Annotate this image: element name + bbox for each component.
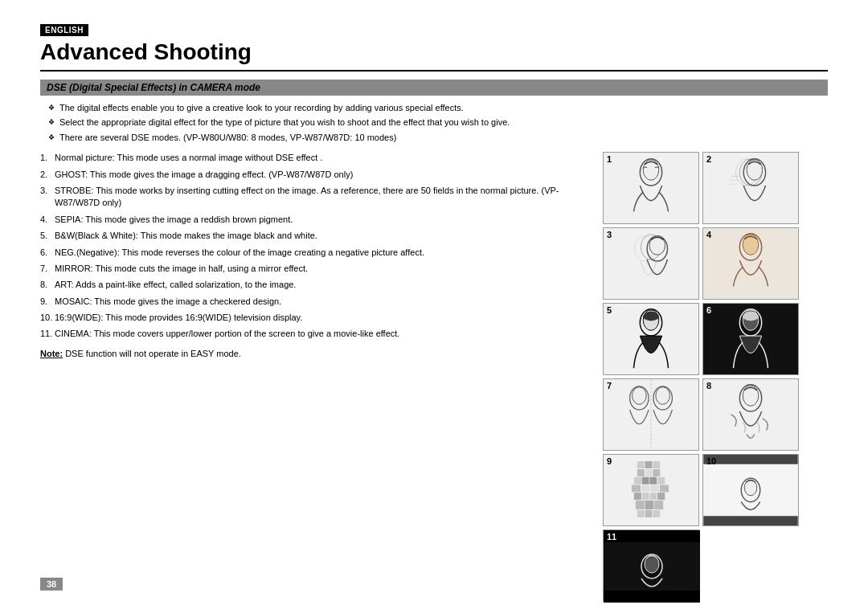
list-item-8: 8.ART: Adds a paint-like effect, called … [40, 279, 587, 291]
svg-rect-37 [649, 477, 657, 485]
list-item-9: 9.MOSAIC: This mode gives the image a ch… [40, 296, 587, 308]
svg-point-5 [747, 160, 763, 180]
svg-rect-48 [645, 501, 654, 510]
page-title: Advanced Shooting [40, 39, 828, 72]
image-cell-11: 11 [603, 529, 699, 602]
numbered-list: 1.Normal picture: This mode uses a norma… [40, 152, 587, 341]
svg-point-15 [743, 235, 759, 255]
list-item-10: 10.16:9(WIDE): This mode provides 16:9(W… [40, 312, 587, 324]
svg-rect-54 [703, 455, 797, 464]
image-cell-10: 10 [702, 454, 799, 526]
list-item-7: 7.MIRROR: This mode cuts the image in ha… [40, 263, 587, 275]
svg-rect-33 [645, 469, 653, 477]
note-label: Note: [40, 349, 63, 358]
image-cell-6: 6 [702, 303, 799, 375]
svg-point-25 [656, 387, 670, 405]
bullet-list: The digital effects enable you to give a… [40, 102, 828, 144]
svg-point-24 [633, 387, 647, 405]
right-column: 1 2 [603, 152, 828, 602]
section-header: DSE (Digital Special Effects) in CAMERA … [40, 80, 828, 96]
bullet-item-3: There are several DSE modes. (VP-W80U/W8… [48, 132, 828, 144]
svg-rect-55 [703, 516, 797, 525]
list-item-4: 4.SEPIA: This mode gives the image a red… [40, 214, 587, 226]
bullet-item-1: The digital effects enable you to give a… [48, 102, 828, 114]
svg-rect-40 [641, 484, 650, 492]
svg-rect-32 [637, 469, 645, 477]
svg-rect-45 [649, 492, 657, 501]
image-cell-8: 8 [702, 378, 799, 451]
bullet-item-2: Select the appropriate digital effect fo… [48, 116, 828, 129]
svg-rect-41 [650, 484, 660, 492]
svg-point-1 [643, 160, 659, 180]
image-row-last: 11 [603, 529, 828, 602]
svg-rect-52 [653, 510, 661, 518]
svg-rect-46 [657, 492, 665, 501]
note-line: Note: DSE function will not operate in E… [40, 349, 587, 358]
page-number: 38 [40, 578, 63, 591]
list-item-3: 3.STROBE: This mode works by inserting c… [40, 185, 587, 210]
image-grid: 1 2 [603, 152, 828, 526]
svg-rect-44 [641, 492, 649, 501]
image-cell-3: 3 [603, 227, 699, 300]
image-cell-7: 7 [603, 378, 699, 451]
note-text: DSE function will not operate in EASY mo… [63, 349, 241, 358]
svg-rect-50 [637, 510, 645, 518]
svg-rect-49 [654, 501, 664, 510]
svg-rect-29 [637, 461, 645, 469]
image-cell-5: 5 [603, 303, 699, 375]
list-item-6: 6.NEG.(Negative): This mode reverses the… [40, 247, 587, 259]
image-cell-4: 4 [702, 227, 799, 300]
svg-rect-35 [633, 477, 641, 485]
svg-rect-31 [653, 461, 661, 469]
english-badge: ENGLISH [40, 24, 828, 39]
image-cell-9: 9 [603, 454, 699, 526]
svg-rect-38 [657, 477, 665, 485]
list-item-1: 1.Normal picture: This mode uses a norma… [40, 152, 587, 164]
svg-rect-47 [635, 501, 645, 510]
page: ENGLISH Advanced Shooting DSE (Digital S… [0, 0, 868, 613]
list-item-11: 11.CINEMA: This mode covers upper/lower … [40, 328, 587, 340]
content-area: 1.Normal picture: This mode uses a norma… [40, 152, 828, 602]
svg-rect-39 [632, 484, 641, 492]
svg-rect-34 [653, 469, 661, 477]
list-item-5: 5.B&W(Black & White): This mode makes th… [40, 230, 587, 242]
svg-rect-36 [641, 477, 649, 485]
svg-rect-42 [660, 484, 669, 492]
svg-point-27 [743, 386, 759, 406]
image-cell-1: 1 [603, 152, 699, 224]
svg-rect-43 [633, 492, 641, 501]
svg-rect-51 [645, 510, 653, 518]
svg-rect-30 [645, 461, 653, 469]
image-cell-2: 2 [702, 152, 799, 224]
list-item-2: 2.GHOST: This mode gives the image a dra… [40, 169, 587, 181]
left-column: 1.Normal picture: This mode uses a norma… [40, 152, 587, 602]
